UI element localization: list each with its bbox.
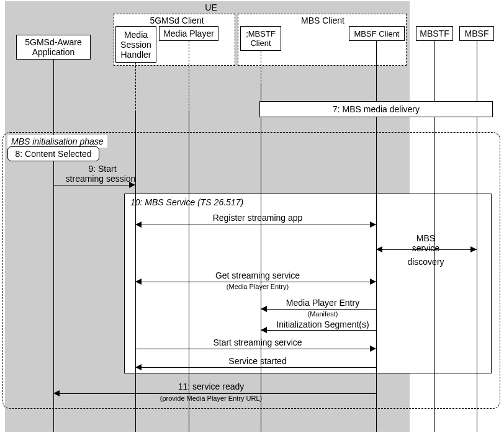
step10-title: 10: MBS Service (TS 26.517) <box>130 197 243 207</box>
participant-mbstf-client: ;MBSTF Client <box>240 26 281 51</box>
participant-mbsf: MBSF <box>459 26 494 41</box>
getsvc-label: Get streaming service <box>186 270 329 280</box>
arrow-register <box>135 225 376 225</box>
step9-label1: 9: Start <box>62 164 143 174</box>
arrow-getsvc <box>135 282 376 282</box>
client-mbs-label: MBS Client <box>292 16 354 25</box>
discovery-label: MBS service discovery <box>395 233 457 263</box>
initseg-label: Initialization Segment(s) <box>267 319 379 329</box>
step9-label2: streaming session <box>57 174 144 184</box>
participant-app: 5GMSd-Aware Application <box>16 35 91 60</box>
participant-mbstf: MBSTF <box>416 26 453 41</box>
client-5gmsd-label: 5GMSd Client <box>143 16 211 25</box>
getsvc-sub: (Media Player Entry) <box>205 283 310 290</box>
mpe-sub: (Manifest) <box>292 310 354 318</box>
sequence-diagram: UE 5GMSd Client MBS Client 5GMSd-Aware A… <box>0 0 504 433</box>
mpe-label: Media Player Entry <box>273 298 372 308</box>
participant-media-player: Media Player <box>159 26 218 41</box>
phase-label: MBS initialisation phase <box>7 135 107 148</box>
step11-label: 11: service ready <box>143 382 279 391</box>
participant-msh: Media Session Handler <box>115 26 156 63</box>
arrow-initseg <box>261 330 376 331</box>
step11-sub: (provide Media Player Entry URL) <box>143 395 279 402</box>
participant-mbsf-client: MBSF Client <box>349 26 405 41</box>
svcstarted-label: Service started <box>186 356 329 366</box>
startsvc-label: Start streaming service <box>186 337 329 347</box>
lifeline-msh-top <box>135 63 136 112</box>
step8-box: 8: Content Selected <box>7 146 99 161</box>
lifeline-mp-top <box>189 41 189 112</box>
ue-label: UE <box>186 2 236 12</box>
lifeline-mbstfc-dash <box>261 51 261 85</box>
arrow-step11 <box>53 393 376 394</box>
step7-box: 7: MBS media delivery <box>259 101 493 117</box>
arrow-svcstarted <box>135 367 376 368</box>
register-label: Register streaming app <box>186 213 329 223</box>
arrow-mpe <box>261 309 376 310</box>
arrow-step9 <box>53 185 129 185</box>
arrow-startsvc <box>135 349 376 349</box>
